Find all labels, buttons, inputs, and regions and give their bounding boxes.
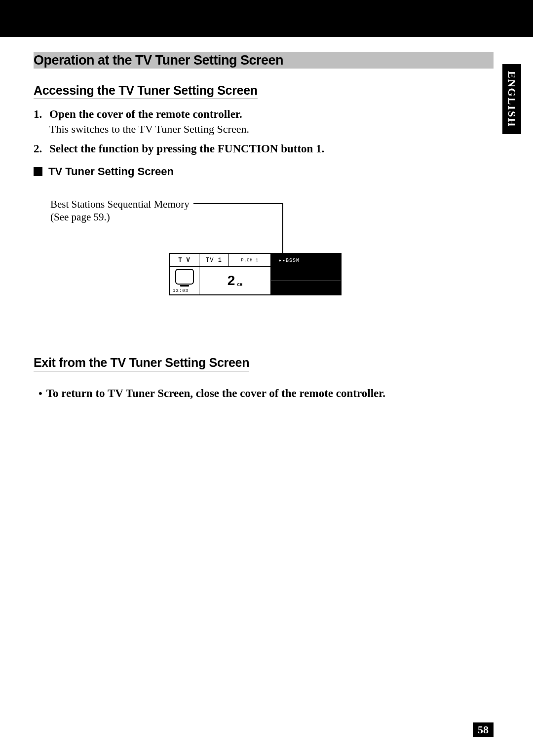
tv-tuner-screen-diagram: T V TV 1 P.CH 1 ▸▸BSSM 12:03 2 CH [169,253,342,295]
screen-blank-top [308,254,341,266]
screen-tv1-label: TV 1 [199,254,229,266]
step-2-title: Select the function by pressing the FUNC… [49,143,324,155]
step-1-num: 1. [34,108,47,121]
screen-bssm-label: ▸▸BSSM [271,254,308,266]
screen-black-right [271,267,341,294]
tv-tuner-heading-text: TV Tuner Setting Screen [48,165,174,178]
screen-channel-cell: 2 CH [199,267,271,294]
step-1: 1. Open the cover of the remote controll… [34,108,494,136]
subheading-accessing: Accessing the TV Tuner Setting Screen [34,83,258,99]
screen-black-sep [271,267,341,281]
step-2-num: 2. [34,143,47,155]
steps-list: 1. Open the cover of the remote controll… [34,108,494,155]
subheading-exit: Exit from the TV Tuner Setting Screen [34,356,249,371]
callout-leader-h [193,203,282,204]
screen-channel-unit: CH [237,283,242,288]
section-title: Operation at the TV Tuner Setting Screen [34,53,283,68]
page-content: Operation at the TV Tuner Setting Screen… [0,37,533,400]
square-bullet-icon [34,167,42,176]
exit-bullet-text: To return to TV Tuner Screen, close the … [46,387,385,400]
bullet-dot-icon: • [38,387,42,400]
callout-text: Best Stations Sequential Memory (See pag… [50,198,190,224]
callout-area: Best Stations Sequential Memory (See pag… [50,198,494,326]
tv-tuner-heading: TV Tuner Setting Screen [34,165,494,178]
section-title-bar: Operation at the TV Tuner Setting Screen [34,52,494,69]
step-1-body: This switches to the TV Tuner Setting Sc… [49,123,494,136]
language-tab: ENGLISH [502,64,521,134]
screen-tv-icon-cell: 12:03 [170,267,199,294]
callout-leader-v [282,203,283,254]
callout-line2: (See page 59.) [50,211,110,223]
screen-pch-label: P.CH 1 [229,254,271,266]
tv-icon [175,269,194,285]
callout-line1: Best Stations Sequential Memory [50,198,190,210]
screen-tv-label: T V [170,254,199,266]
step-2: 2. Select the function by pressing the F… [34,143,494,155]
exit-bullet: • To return to TV Tuner Screen, close th… [38,387,494,400]
top-black-bar [0,0,533,37]
screen-channel-num: 2 [228,273,235,288]
screen-row-2: 12:03 2 CH [170,267,341,294]
screen-time: 12:03 [173,288,196,293]
screen-row-1: T V TV 1 P.CH 1 ▸▸BSSM [170,254,341,267]
page-number: 58 [473,722,494,737]
step-1-title: Open the cover of the remote controller. [49,108,242,120]
